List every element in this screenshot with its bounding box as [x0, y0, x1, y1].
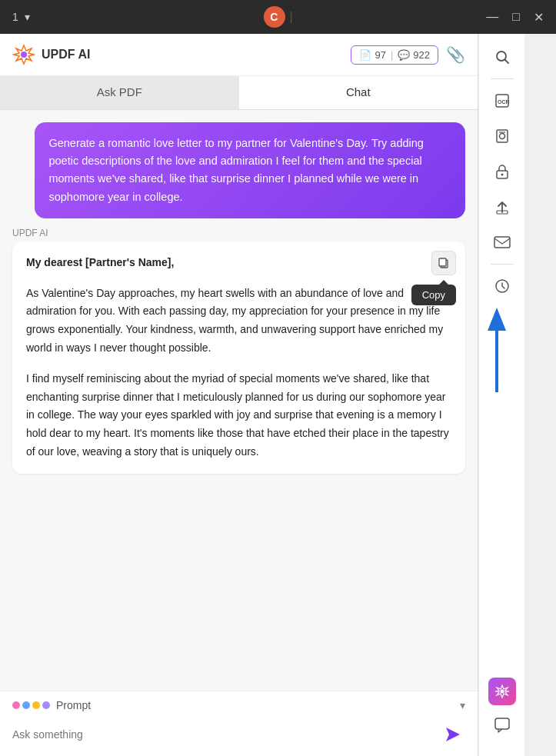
- email-toolbar-icon[interactable]: [487, 227, 518, 258]
- close-button[interactable]: ✕: [534, 10, 544, 25]
- history-toolbar-icon[interactable]: [487, 271, 518, 301]
- svg-rect-20: [495, 718, 509, 729]
- svg-rect-10: [497, 130, 508, 142]
- updf-logo-small: [494, 684, 510, 699]
- tab-number: 1: [12, 11, 18, 23]
- prompt-bar: Prompt ▾: [0, 691, 478, 756]
- dot-purple: [42, 701, 50, 709]
- title-bar-center: C |: [263, 6, 292, 28]
- chat-input[interactable]: [12, 728, 434, 741]
- chevron-icon[interactable]: ▾: [25, 11, 30, 23]
- svg-line-7: [504, 60, 508, 64]
- svg-point-0: [21, 52, 27, 58]
- updf-logo-icon: [12, 43, 35, 66]
- dot-blue: [22, 701, 30, 709]
- ai-response-text: My dearest [Partner's Name], As Valentin…: [26, 254, 451, 461]
- window-controls: — □ ✕: [486, 10, 544, 25]
- svg-point-11: [499, 134, 504, 139]
- user-message-bubble: Generate a romantic love letter to my pa…: [35, 122, 465, 218]
- header-right: 📄 97 | 💬 922 📎: [351, 45, 465, 65]
- chat-icon: [494, 717, 511, 734]
- tab-ask-pdf[interactable]: Ask PDF: [0, 76, 239, 109]
- prompt-header: Prompt ▾: [12, 699, 465, 711]
- search-icon: [494, 49, 510, 65]
- updf-bottom-logo[interactable]: [488, 678, 516, 705]
- dot-pink: [12, 701, 20, 709]
- title-bar: 1 ▾ C | — □ ✕: [0, 0, 556, 34]
- history-icon: [494, 278, 511, 295]
- tab-chat[interactable]: Chat: [239, 76, 478, 109]
- prompt-label: Prompt: [56, 699, 91, 711]
- copy-button-wrapper: Copy: [431, 251, 456, 275]
- copy-icon: [438, 257, 450, 269]
- input-row: [12, 718, 465, 751]
- svg-text:OCR: OCR: [498, 99, 510, 105]
- title-bar-left: 1 ▾: [12, 11, 30, 23]
- ai-panel: UPDF AI 📄 97 | 💬 922 📎: [0, 34, 478, 756]
- copy-tooltip: Copy: [411, 285, 456, 305]
- ocr-toolbar-icon[interactable]: OCR: [487, 85, 518, 116]
- message-icon: 💬: [398, 49, 410, 61]
- send-icon: [444, 726, 461, 743]
- divider-2: [491, 264, 514, 265]
- email-icon: [494, 235, 511, 249]
- attach-icon[interactable]: 📎: [446, 45, 465, 64]
- maximize-button[interactable]: □: [512, 10, 520, 24]
- ai-response-container: Copy My dearest [Partner's Name], As Val…: [12, 241, 465, 474]
- ocr-icon: OCR: [494, 92, 511, 109]
- chat-area[interactable]: Generate a romantic love letter to my pa…: [0, 110, 478, 691]
- user-avatar: C: [263, 6, 285, 28]
- send-button[interactable]: [441, 722, 465, 747]
- token-separator: |: [391, 49, 393, 61]
- right-toolbar: OCR: [478, 34, 524, 756]
- app-title: UPDF AI: [42, 48, 90, 62]
- message-count: 922: [413, 49, 430, 61]
- minimize-button[interactable]: —: [486, 10, 498, 24]
- token-badge[interactable]: 📄 97 | 💬 922: [351, 45, 438, 65]
- main-wrapper: UPDF AI 📄 97 | 💬 922 📎: [0, 34, 556, 756]
- app-logo: UPDF AI: [12, 43, 90, 66]
- ai-label: UPDF AI: [12, 228, 465, 238]
- dot-yellow: [32, 701, 40, 709]
- token-count: 97: [375, 49, 385, 61]
- chevron-down-icon[interactable]: ▾: [460, 699, 465, 711]
- svg-rect-17: [494, 237, 510, 248]
- app-header: UPDF AI 📄 97 | 💬 922 📎: [0, 34, 478, 76]
- scan-toolbar-icon[interactable]: [487, 121, 518, 152]
- svg-rect-2: [439, 258, 446, 266]
- ai-response-wrapper: UPDF AI Copy: [12, 228, 465, 474]
- search-toolbar-icon[interactable]: [487, 42, 518, 72]
- chat-toolbar-icon[interactable]: [487, 710, 518, 741]
- toolbar-bottom: [487, 678, 518, 748]
- share-toolbar-icon[interactable]: [487, 191, 518, 222]
- separator: |: [289, 10, 292, 24]
- svg-marker-5: [446, 728, 460, 741]
- copy-icon-button[interactable]: [431, 251, 456, 275]
- prompt-label-row: Prompt: [12, 699, 91, 711]
- share-icon: [494, 198, 510, 215]
- lock-icon: [494, 163, 510, 180]
- scan-icon: [494, 128, 511, 145]
- prompt-dots: [12, 701, 50, 709]
- svg-point-14: [501, 174, 503, 176]
- lock-toolbar-icon[interactable]: [487, 156, 518, 187]
- svg-point-19: [500, 690, 504, 694]
- divider-1: [491, 78, 514, 79]
- token-item: 📄 97: [359, 49, 385, 61]
- message-item: 💬 922: [398, 49, 430, 61]
- tab-bar: Ask PDF Chat: [0, 76, 478, 110]
- file-icon: 📄: [359, 49, 371, 61]
